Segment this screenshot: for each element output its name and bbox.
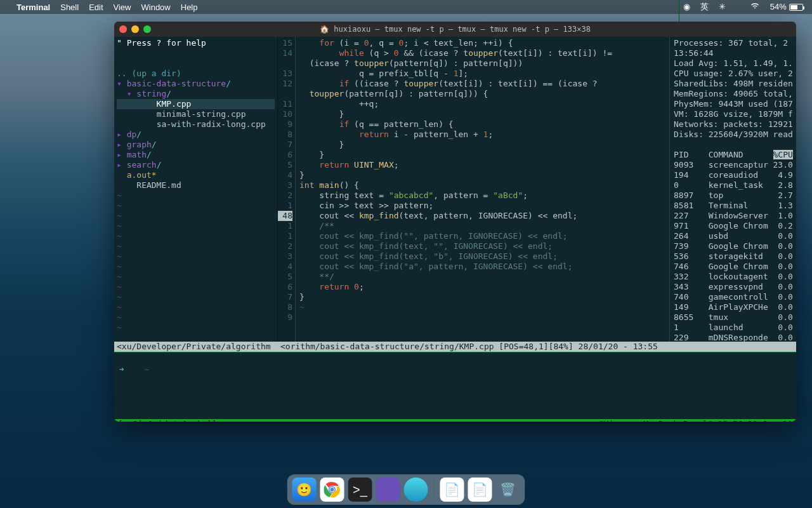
input-method-icon[interactable]: 英 — [700, 2, 709, 12]
vim-code-pane[interactable]: for (i = 0, q = 0; i < text_len; ++i) { … — [296, 37, 669, 342]
menu-help[interactable]: Help — [181, 3, 198, 12]
menu-view[interactable]: View — [114, 3, 131, 12]
svg-point-5 — [331, 488, 334, 491]
app-name[interactable]: Terminal — [16, 3, 50, 12]
window-zoom-button[interactable] — [143, 25, 151, 33]
statusline-buffer: <orithm/basic-data-structure/string/KMP.… — [278, 342, 796, 352]
terminal-window: 🏠 huxiaoxu — tmux new -t p — tmux — tmux… — [114, 22, 796, 422]
wifi-icon[interactable] — [736, 0, 760, 22]
tmux-right: "Xiaoxus-MacBook-Pro.l" 13:56 28-Jan-20 — [599, 419, 792, 422]
tmux-windows[interactable]: [p-3] 0:ide* 1:shell- — [118, 419, 222, 422]
macos-menubar: Terminal Shell Edit View Window Help ◉ 英… — [0, 0, 812, 14]
window-title: 🏠 huxiaoxu — tmux new -t p — tmux — tmux… — [114, 25, 796, 34]
macos-dock[interactable]: 🙂 >_ 📄 📄 🗑️ — [287, 474, 525, 505]
dock-terminal-icon[interactable]: >_ — [348, 478, 372, 502]
dock-app-icon[interactable] — [404, 478, 428, 502]
window-minimize-button[interactable] — [131, 25, 139, 33]
top-pane[interactable]: Processes: 367 total, 213:56:44Load Avg:… — [669, 37, 796, 342]
vim-gutter: 1514 1312 1110987654321481123456789 — [278, 37, 296, 342]
nerdtree-pane[interactable]: " Press ? for help .. (up a dir)▾ basic-… — [114, 37, 278, 342]
battery-percent: 54% — [770, 2, 787, 12]
window-close-button[interactable] — [119, 25, 127, 33]
pane-divider — [114, 352, 796, 362]
statusline-nerdtree: <xu/Developer/Private/algorithm — [114, 342, 278, 352]
dock-document-icon[interactable]: 📄 — [468, 478, 492, 502]
dock-finder-icon[interactable]: 🙂 — [292, 478, 317, 502]
dock-document-icon[interactable]: 📄 — [440, 478, 464, 502]
dock-trash-icon[interactable]: 🗑️ — [496, 478, 520, 502]
tmux-statusbar[interactable]: [p-3] 0:ide* 1:shell- "Xiaoxus-MacBook-P… — [114, 419, 796, 422]
menu-window[interactable]: Window — [141, 3, 171, 12]
vim-statusline: <xu/Developer/Private/algorithm <orithm/… — [114, 342, 796, 352]
shell-cwd: ~ — [144, 364, 149, 374]
dock-chrome-icon[interactable] — [320, 478, 344, 502]
bluetooth-icon[interactable]: ✳ — [719, 2, 726, 12]
record-icon[interactable]: ◉ — [683, 2, 690, 12]
dock-separator — [434, 479, 435, 500]
menu-edit[interactable]: Edit — [89, 3, 103, 12]
battery-indicator[interactable]: 54% — [770, 2, 803, 12]
window-titlebar[interactable]: 🏠 huxiaoxu — tmux new -t p — tmux — tmux… — [114, 22, 796, 37]
shell-prompt-icon: ➜ — [119, 364, 124, 374]
menu-shell[interactable]: Shell — [60, 3, 79, 12]
dock-app-icon[interactable] — [376, 478, 400, 502]
shell-pane[interactable]: ➜ ~ — [114, 362, 796, 419]
